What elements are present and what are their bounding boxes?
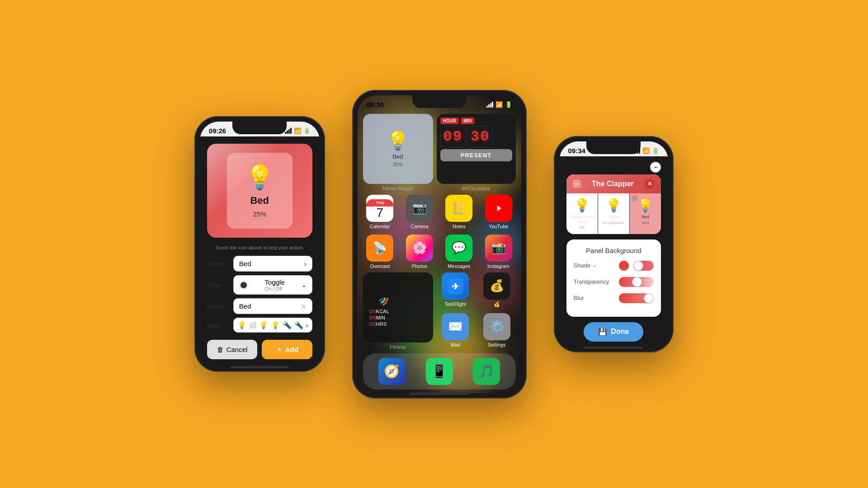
svg-point-4 [377, 295, 382, 300]
light-inner: 💡 Bed 25% [227, 153, 292, 229]
light-bed[interactable]: − 💡 Bed 25% [630, 193, 661, 234]
camera-icon: 📷 [406, 195, 433, 222]
dock: 🧭 📱 🎵 [363, 353, 516, 389]
pill-icon-option[interactable]: ⬜ [249, 322, 256, 328]
shade-color-dot[interactable] [619, 261, 629, 271]
name-label: Name [207, 303, 230, 310]
phone-3: 09:34 📶 🔋 − − The Clap [554, 136, 674, 352]
dining-status: Off [580, 225, 585, 230]
dock-spotify[interactable]: 🎵 [473, 358, 500, 385]
app-money[interactable]: 💰 💰 [478, 272, 516, 310]
header-minus-icon[interactable]: − [573, 180, 581, 188]
light2-icon-option[interactable]: 💡 [259, 321, 268, 329]
light-office[interactable]: − 💡 Office No response! [598, 193, 630, 234]
bed-name: Bed [642, 215, 649, 219]
name-field[interactable]: Bed ✕ [233, 298, 312, 314]
transparency-label: Transparency [574, 278, 614, 285]
add-label: Add [285, 346, 298, 353]
app-calendar[interactable]: THU 7 Calendar [363, 195, 397, 229]
office-name: Office [609, 215, 619, 219]
signal-icon-2 [486, 102, 493, 108]
clapper-close-button[interactable]: ✕ [645, 179, 655, 189]
app-instagram[interactable]: 📸 Instagram [481, 235, 516, 269]
clock-digits: 09 30 [440, 126, 512, 147]
light-dining[interactable]: − 💡 Dining Room Lamp Off [566, 193, 598, 234]
transparency-slider[interactable] [619, 277, 654, 287]
add-button[interactable]: ＋ Add [262, 340, 312, 359]
home-bulb-icon: 💡 [387, 130, 409, 151]
messages-label: Messages [448, 263, 470, 269]
app-settings[interactable]: ⚙️ Settings [478, 313, 516, 350]
dining-minus-icon[interactable]: − [568, 195, 575, 202]
app-messages[interactable]: 💬 Messages [442, 235, 476, 269]
panel-bg-title: Panel Background [574, 247, 654, 254]
overcast-icon: 📡 [366, 235, 393, 262]
dock-whatsapp[interactable]: 📱 [426, 358, 453, 385]
battery-icon-3: 🔋 [652, 147, 659, 154]
dock-safari[interactable]: 🧭 [378, 358, 406, 385]
icon-row: Icon 💡 ⬜ 💡 💡 🔦 🔦 › [207, 318, 312, 333]
action-value: Bed [239, 260, 251, 267]
fitness-label: Fitness [390, 344, 406, 350]
app-mail[interactable]: ✉️ Mail [437, 313, 475, 350]
svg-point-3 [374, 292, 385, 303]
icon-picker[interactable]: 💡 ⬜ 💡 💡 🔦 🔦 › [233, 318, 312, 333]
fitness-line2: 0/0MIN [369, 315, 427, 320]
phone-2: 09:30 📶 🔋 💡 Bed [352, 90, 527, 399]
top-minus-button[interactable]: − [650, 162, 661, 173]
type-field[interactable]: Toggle On / Off ⌄ [233, 275, 312, 295]
light4-icon-option[interactable]: 🔦 [283, 321, 292, 329]
whatsapp-icon: 📱 [426, 358, 453, 385]
light-widget[interactable]: 💡 Bed 25% [207, 144, 312, 238]
shade-thumb[interactable] [633, 261, 643, 271]
action-field[interactable]: Bed › [233, 256, 312, 272]
youtube-icon [485, 195, 512, 222]
min-value: 30 [467, 126, 493, 147]
bed-bulb-icon: 💡 [637, 198, 653, 213]
home-widget-pct: 25% [393, 162, 403, 167]
home-bar-1 [230, 366, 289, 368]
transparency-thumb[interactable] [632, 277, 642, 287]
fitness-row: 0/0KCAL 0/0MIN 0/0HRS Fitness ✈ TestFlig… [363, 272, 516, 350]
phone-2-screen: 09:30 📶 🔋 💡 Bed [358, 95, 521, 393]
battery-icon-2: 🔋 [505, 101, 512, 108]
testflight-icon: ✈ [442, 272, 469, 300]
home-widget-label: Bed [392, 153, 403, 160]
form: Action Bed › Type Toggle On / Off [207, 256, 312, 333]
light3-icon-option[interactable]: 💡 [271, 321, 280, 329]
mail-label: Mail [451, 342, 460, 347]
blur-thumb[interactable] [644, 293, 654, 303]
calendar-icon: THU 7 [366, 195, 393, 222]
shade-row: Shade ⌄ [574, 261, 654, 271]
app-camera[interactable]: 📷 Camera [402, 195, 437, 229]
chevron-right-icon: › [304, 260, 307, 267]
present-button[interactable]: PRESENT [440, 149, 512, 161]
app-photos[interactable]: 🌸 Photos [402, 235, 437, 269]
bed-minus-icon[interactable]: − [632, 195, 638, 202]
home-widget[interactable]: 💡 Bed 25% [363, 114, 433, 184]
app-notes[interactable]: 📒 Notes [442, 195, 476, 229]
cancel-button[interactable]: 🗑 Cancel [207, 340, 257, 359]
blur-slider[interactable] [619, 293, 654, 303]
light5-icon-option[interactable]: 🔦 [294, 321, 303, 329]
clock-widget[interactable]: HOUR MIN 09 30 PRESENT [437, 114, 516, 184]
icon-chevron-icon: › [306, 322, 308, 329]
bulb-icon-option[interactable]: 💡 [237, 321, 246, 329]
clapper-panel: − The Clapper ✕ − 💡 Dining Room Lamp Off… [566, 174, 661, 234]
money-label: 💰 [494, 301, 500, 307]
plus-icon: ＋ [276, 345, 283, 354]
done-button[interactable]: 💾 Done [584, 322, 643, 342]
office-minus-icon[interactable]: − [600, 195, 606, 202]
widgets-row: 💡 Bed 25% Home Widget HOUR MIN 09 [363, 114, 516, 191]
toggle-main: Toggle [265, 278, 285, 286]
wifi-icon-3: 📶 [642, 147, 650, 154]
shade-slider[interactable] [633, 261, 654, 271]
app-testflight[interactable]: ✈ TestFlight [437, 272, 475, 310]
type-row: Type Toggle On / Off ⌄ [207, 275, 312, 295]
dining-name: Dining Room Lamp [570, 215, 594, 224]
clear-icon[interactable]: ✕ [301, 303, 307, 310]
app-overcast[interactable]: 📡 Overcast [363, 235, 397, 269]
fitness-widget[interactable]: 0/0KCAL 0/0MIN 0/0HRS [363, 272, 433, 343]
top-controls: − [566, 162, 661, 173]
app-youtube[interactable]: YouTube [481, 195, 516, 229]
